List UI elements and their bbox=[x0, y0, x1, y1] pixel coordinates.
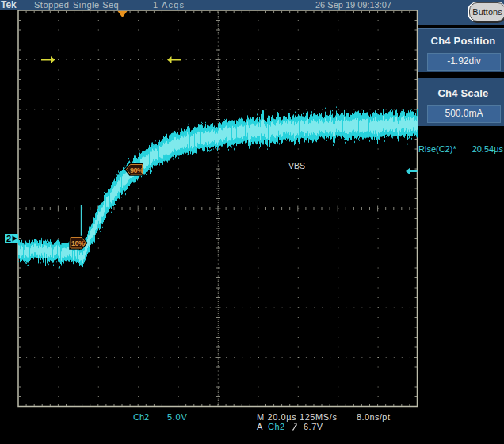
svg-text:10%: 10% bbox=[71, 239, 85, 247]
svg-text:90%: 90% bbox=[130, 166, 143, 174]
svg-text:2: 2 bbox=[6, 234, 11, 243]
